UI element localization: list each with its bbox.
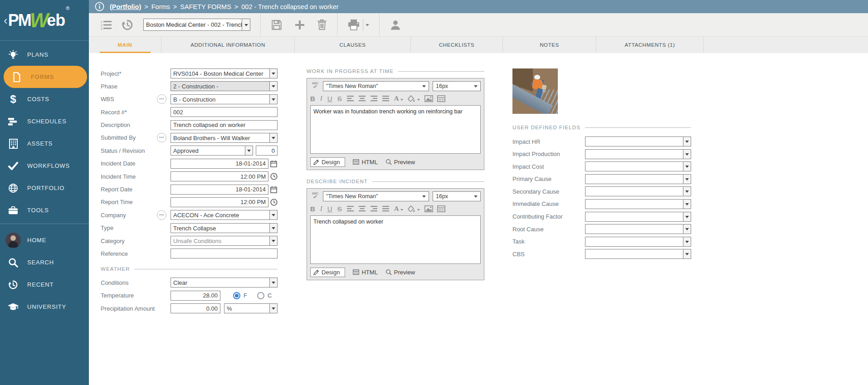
- design-mode-button[interactable]: Design: [310, 157, 345, 167]
- sidebar-item-schedules[interactable]: SCHEDULES: [0, 110, 89, 132]
- sidebar-item-assets[interactable]: ASSETS: [0, 132, 89, 155]
- incident-photo-thumbnail[interactable]: [512, 68, 558, 114]
- fill-color-icon[interactable]: [408, 205, 415, 212]
- html-mode-button[interactable]: HTML: [353, 269, 377, 276]
- primary-cause-select[interactable]: [585, 174, 691, 184]
- align-justify-icon[interactable]: [382, 96, 389, 102]
- align-justify-icon[interactable]: [382, 206, 389, 212]
- print-icon[interactable]: [347, 19, 360, 31]
- precipitation-input[interactable]: 0.00: [171, 303, 220, 313]
- fill-color-arrow-icon[interactable]: [417, 99, 420, 102]
- tab-checklists[interactable]: CHECKLISTS: [411, 37, 503, 53]
- wbs-select[interactable]: B - Construction: [171, 94, 278, 104]
- sidebar-item-costs[interactable]: $ COSTS: [0, 88, 89, 110]
- submitted-by-select[interactable]: Boland Brothers - Will Walker: [171, 133, 278, 143]
- submitted-by-lookup-button[interactable]: [157, 133, 166, 142]
- breadcrumb-portfolio-link[interactable]: (Portfolio): [110, 3, 141, 10]
- font-family-select[interactable]: "Times New Roman": [323, 191, 429, 201]
- align-center-icon[interactable]: [359, 96, 366, 102]
- impact-hr-select[interactable]: [585, 136, 691, 146]
- sidebar-item-search[interactable]: SEARCH: [0, 251, 89, 273]
- underline-icon[interactable]: U: [327, 95, 332, 102]
- incident-date-input[interactable]: 18-01-2014: [171, 159, 268, 169]
- calendar-icon[interactable]: [270, 160, 277, 167]
- celsius-radio[interactable]: [257, 292, 264, 299]
- italic-icon[interactable]: I: [320, 95, 322, 102]
- font-color-icon[interactable]: A: [394, 95, 399, 102]
- sidebar-item-forms[interactable]: FORMS: [4, 66, 87, 88]
- immediate-cause-select[interactable]: [585, 199, 691, 209]
- sidebar-item-plans[interactable]: PLANS: [0, 44, 89, 66]
- insert-image-icon[interactable]: [424, 205, 433, 212]
- numbered-list-icon[interactable]: 123: [101, 20, 112, 30]
- impact-cost-select[interactable]: [585, 161, 691, 171]
- bold-icon[interactable]: B: [310, 95, 315, 102]
- preview-mode-button[interactable]: Preview: [385, 269, 415, 276]
- company-lookup-button[interactable]: [157, 210, 166, 220]
- reference-input[interactable]: [171, 249, 278, 258]
- sidebar-item-workflows[interactable]: WORKFLOWS: [0, 155, 89, 177]
- temperature-input[interactable]: 28.00: [171, 291, 220, 301]
- record-number-input[interactable]: 002: [171, 107, 278, 117]
- describe-incident-text[interactable]: Trench collapsed on worker: [310, 215, 481, 264]
- project-select[interactable]: RVS0104 - Boston Medical Center: [171, 68, 278, 78]
- incident-time-input[interactable]: 12:00 PM: [171, 171, 268, 181]
- root-cause-select[interactable]: [585, 224, 691, 234]
- spellcheck-icon[interactable]: ABC: [310, 192, 320, 201]
- tab-additional-information[interactable]: ADDITIONAL INFORMATION: [161, 37, 295, 53]
- collapse-chevron-icon[interactable]: ‹: [4, 15, 8, 26]
- print-options-arrow-icon[interactable]: [363, 19, 369, 31]
- insert-image-icon[interactable]: [424, 95, 433, 102]
- report-date-input[interactable]: 18-01-2014: [171, 185, 268, 195]
- sidebar-item-home[interactable]: HOME: [0, 229, 89, 251]
- add-record-icon[interactable]: [294, 19, 305, 30]
- history-back-icon[interactable]: [122, 19, 133, 31]
- align-right-icon[interactable]: [371, 206, 377, 212]
- html-mode-button[interactable]: HTML: [353, 159, 377, 166]
- clock-icon[interactable]: [270, 199, 278, 206]
- report-time-input[interactable]: 12:00 PM: [171, 197, 268, 207]
- cbs-select[interactable]: [585, 249, 691, 259]
- font-color-arrow-icon[interactable]: [400, 99, 403, 102]
- calendar-icon[interactable]: [270, 186, 277, 193]
- italic-icon[interactable]: I: [320, 205, 322, 212]
- description-input[interactable]: Trench collapsed on worker: [171, 120, 278, 130]
- sidebar-item-tools[interactable]: TOOLS: [0, 199, 89, 221]
- phase-select[interactable]: 2 - Construction -: [171, 81, 278, 91]
- type-select[interactable]: Trench Collapse: [171, 223, 278, 233]
- spellcheck-icon[interactable]: ABC: [310, 82, 320, 91]
- underline-icon[interactable]: U: [327, 205, 332, 212]
- secondary-cause-select[interactable]: [585, 186, 691, 196]
- info-icon[interactable]: [95, 2, 104, 11]
- delete-record-icon[interactable]: [317, 19, 327, 30]
- clock-icon[interactable]: [270, 173, 278, 180]
- insert-table-icon[interactable]: [437, 95, 445, 102]
- bold-icon[interactable]: B: [310, 205, 315, 212]
- category-select[interactable]: Unsafe Conditions: [171, 236, 278, 246]
- record-selector-dropdown[interactable]: Boston Medical Center - 002 - Trench: [143, 19, 250, 31]
- pmweb-logo[interactable]: ‹ PM W eb ®: [0, 0, 89, 41]
- align-left-icon[interactable]: [347, 206, 354, 212]
- revision-input[interactable]: 0: [256, 146, 278, 156]
- user-profile-icon[interactable]: [390, 19, 401, 31]
- tab-attachments[interactable]: ATTACHMENTS (1): [596, 37, 704, 53]
- company-select[interactable]: ACECON - Ace Concrete: [171, 210, 278, 220]
- align-right-icon[interactable]: [371, 96, 377, 102]
- sidebar-item-university[interactable]: UNIVERSITY: [0, 296, 89, 318]
- fill-color-arrow-icon[interactable]: [417, 209, 420, 212]
- strikethrough-icon[interactable]: S: [337, 95, 342, 102]
- design-mode-button[interactable]: Design: [310, 268, 345, 277]
- fahrenheit-radio[interactable]: [233, 292, 240, 299]
- tab-clauses[interactable]: CLAUSES: [295, 37, 411, 53]
- contributing-factor-select[interactable]: [585, 212, 691, 222]
- task-select[interactable]: [585, 237, 691, 247]
- conditions-select[interactable]: Clear: [171, 278, 278, 288]
- font-color-icon[interactable]: A: [394, 205, 399, 213]
- save-icon[interactable]: [271, 19, 283, 31]
- tab-main[interactable]: MAIN: [89, 37, 161, 53]
- font-size-select[interactable]: 16px: [433, 191, 481, 201]
- align-left-icon[interactable]: [347, 96, 354, 102]
- fill-color-icon[interactable]: [408, 95, 415, 102]
- preview-mode-button[interactable]: Preview: [385, 159, 415, 166]
- insert-table-icon[interactable]: [437, 205, 445, 212]
